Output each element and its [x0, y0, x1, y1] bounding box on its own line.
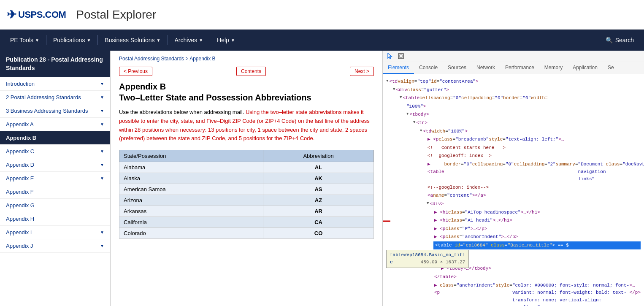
abbrev-cell: AR — [263, 206, 374, 217]
tree-triangle-3[interactable] — [400, 95, 402, 100]
sidebar-label-section2: 2 Postal Addressing Standards — [6, 94, 81, 100]
next-button[interactable]: Next > — [350, 67, 374, 76]
state-cell: American Samoa — [119, 184, 263, 195]
tree-line-17: ▶ <p class="anchorIndent">…</p> — [386, 233, 641, 241]
sidebar-label-appendix-h: Appendix H — [6, 216, 34, 222]
sidebar-label-section3: 3 Business Addressing Standards — [6, 108, 88, 114]
svg-rect-1 — [400, 55, 402, 57]
cursor-icon[interactable] — [386, 52, 394, 60]
nav-search[interactable]: 🔍 Search — [599, 37, 641, 43]
breadcrumb-current: Appendix B — [189, 56, 215, 62]
nav-label-help: Help — [217, 37, 229, 43]
usps-logo-text: USPS.COM — [18, 9, 66, 20]
table-row: ColoradoCO — [119, 228, 374, 239]
tree-line-12: <a name="content"></a> — [386, 192, 641, 200]
state-cell: Alaska — [119, 173, 263, 184]
breadcrumb-link-postal[interactable]: Postal Addressing Standards — [119, 56, 184, 62]
tab-sources[interactable]: Sources — [443, 62, 471, 74]
breadcrumb-separator: > — [185, 56, 189, 62]
tab-network[interactable]: Network — [471, 62, 500, 74]
abbrev-cell: CO — [263, 228, 374, 239]
header: ✈ USPS.COM Postal Explorer — [0, 0, 644, 30]
tree-triangle-1[interactable] — [386, 78, 388, 84]
table-row: AlaskaAK — [119, 173, 374, 184]
sidebar-arrow-appendix-c: ▼ — [100, 149, 104, 154]
box-icon[interactable] — [397, 52, 405, 60]
sidebar-item-appendix-i[interactable]: Appendix I ▼ — [0, 226, 110, 239]
abbrev-cell: AS — [263, 184, 374, 195]
abbrev-cell: AZ — [263, 195, 374, 206]
tree-line-2: <div class="gutter"> — [386, 86, 641, 95]
sidebar-label-appendix-i: Appendix I — [6, 229, 32, 236]
sidebar-item-appendix-h[interactable]: Appendix H — [0, 212, 110, 226]
nav-item-business-solutions[interactable]: Business Solutions ▼ — [98, 30, 167, 51]
sidebar-item-appendix-f[interactable]: Appendix F — [0, 185, 110, 199]
tooltip-selector-cont: e — [390, 260, 393, 265]
tree-triangle-2[interactable] — [393, 87, 395, 92]
contents-button[interactable]: Contents — [236, 67, 266, 76]
intro-part1: Use the abbreviations below when address… — [119, 109, 244, 115]
sidebar-item-appendix-e[interactable]: Appendix E ▼ — [0, 172, 110, 185]
tree-line-highlighted[interactable]: <table id="ep18684" class="Basic_no_titl… — [433, 241, 641, 250]
navbar: PE Tools ▼ Publications ▼ Business Solut… — [0, 30, 644, 51]
logo-box: ✈ USPS.COM — [7, 8, 66, 22]
sidebar-item-section2[interactable]: 2 Postal Addressing Standards ▼ — [0, 91, 110, 104]
tree-line-20: </table> — [386, 273, 641, 282]
tree-line-16: ▶ <p class="P">…</p> — [386, 225, 641, 233]
abbreviations-table: State/Possession Abbreviation AlabamaALA… — [119, 150, 374, 239]
heading-appendix: Appendix B — [119, 82, 166, 91]
sidebar-arrow-section3: ▼ — [100, 108, 104, 113]
tree-triangle-13[interactable] — [427, 200, 429, 206]
sidebar-item-appendix-j[interactable]: Appendix J ▼ — [0, 239, 110, 253]
state-cell: Alabama — [119, 162, 263, 173]
table-row: American SamoaAS — [119, 184, 374, 195]
devtools-panel: Elements Console Sources Network Perform… — [382, 51, 644, 306]
tree-triangle-4[interactable] — [406, 111, 409, 117]
tree-triangle-6[interactable] — [420, 128, 422, 134]
main-area: Publication 28 - Postal Addressing Stand… — [0, 51, 644, 306]
highlighted-content: <table id="ep18684" class="Basic_no_titl… — [435, 242, 569, 249]
sidebar-item-introduction[interactable]: Introduction ▼ — [0, 77, 110, 91]
sidebar-item-appendix-d[interactable]: Appendix D ▼ — [0, 158, 110, 172]
tab-elements[interactable]: Elements — [383, 62, 414, 74]
tree-line-11: <!--googleon: index--> — [386, 184, 641, 192]
nav-item-publications[interactable]: Publications ▼ — [46, 30, 97, 51]
state-cell: Colorado — [119, 228, 263, 239]
tab-se[interactable]: Se — [603, 62, 619, 74]
table-row: ArkansasAR — [119, 206, 374, 217]
devtools-toolbar — [383, 51, 644, 62]
content-area: Postal Addressing Standards > Appendix B… — [111, 51, 382, 306]
svg-rect-0 — [398, 54, 403, 59]
tree-line-highlighted-container: <table id="ep18684" class="Basic_no_titl… — [386, 241, 641, 250]
tab-performance[interactable]: Performance — [500, 62, 539, 74]
tree-line-21: ▶ <p class="anchorIndent" style="color: … — [386, 282, 641, 306]
nav-item-help[interactable]: Help ▼ — [210, 30, 242, 51]
sidebar-item-appendix-b[interactable]: Appendix B — [0, 131, 110, 145]
tab-application[interactable]: Application — [568, 62, 603, 74]
search-icon: 🔍 — [606, 37, 613, 43]
breadcrumb: Postal Addressing Standards > Appendix B — [119, 56, 374, 62]
sidebar-arrow-appendix-i: ▼ — [100, 230, 104, 235]
prev-button[interactable]: < Previous — [119, 67, 152, 76]
sidebar-item-appendix-c[interactable]: Appendix C ▼ — [0, 145, 110, 158]
sidebar-item-section3[interactable]: 3 Business Addressing Standards ▼ — [0, 104, 110, 118]
tree-line-4: <tbody> — [386, 111, 641, 119]
tree-line-6: <td width="100%"> — [386, 127, 641, 136]
devtools-tabs: Elements Console Sources Network Perform… — [383, 62, 644, 74]
site-title: Postal Explorer — [76, 8, 156, 22]
sidebar-arrow-appendix-e: ▼ — [100, 176, 104, 181]
tab-console[interactable]: Console — [414, 62, 443, 74]
nav-item-archives[interactable]: Archives ▼ — [168, 30, 210, 51]
tooltip-selector: table#ep18684.Basic_no_titl — [390, 252, 465, 257]
nav-item-pe-tools[interactable]: PE Tools ▼ — [3, 30, 46, 51]
sidebar-item-appendix-a[interactable]: Appendix A ▼ — [0, 118, 110, 131]
tree-triangle-5[interactable] — [413, 119, 415, 125]
tab-memory[interactable]: Memory — [539, 62, 568, 74]
nav-label-publications: Publications — [53, 37, 85, 43]
tooltip-size: 459.09 × 1637.27 — [421, 259, 465, 266]
tree-line-13: <div> — [386, 200, 641, 209]
sidebar-item-appendix-g[interactable]: Appendix G — [0, 199, 110, 212]
state-cell: California — [119, 217, 263, 228]
nav-label-business-solutions: Business Solutions — [105, 37, 154, 43]
table-row: CaliforniaCA — [119, 217, 374, 228]
